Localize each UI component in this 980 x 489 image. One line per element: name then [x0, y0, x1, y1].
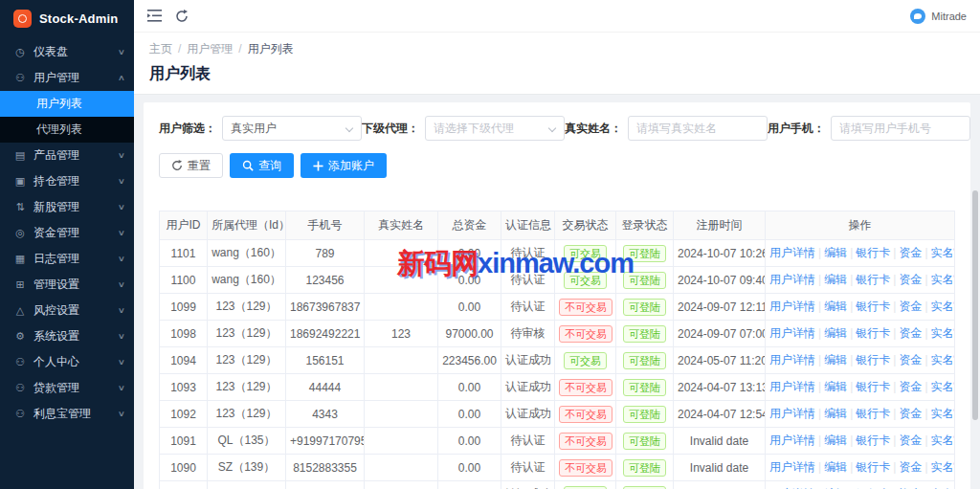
- sidebar-item-label: 资金管理: [33, 225, 119, 241]
- action-funds-link[interactable]: 资金: [899, 246, 922, 259]
- products-icon: ▤: [13, 149, 27, 162]
- action-funds-link[interactable]: 资金: [899, 300, 922, 313]
- action-funds-link[interactable]: 资金: [899, 433, 922, 447]
- action-user-detail-link[interactable]: 用户详情: [769, 273, 815, 286]
- filter-group-user-phone: 用户手机：请填写用户手机号: [768, 116, 970, 141]
- sub-agent-select[interactable]: 请选择下级代理: [425, 116, 565, 141]
- user-filter-select[interactable]: 真实用户: [222, 116, 362, 141]
- sidebar-item-product-mgmt[interactable]: ▤产品管理∨: [0, 143, 134, 168]
- cell-user-id: 1101: [160, 240, 208, 267]
- sidebar-item-interest-mgmt[interactable]: ⚇利息宝管理∨: [0, 401, 134, 427]
- sidebar-item-loan-mgmt[interactable]: ⚇贷款管理∨: [0, 375, 134, 401]
- action-kyc-audit-link[interactable]: 实名审核: [931, 460, 955, 474]
- action-edit-link[interactable]: 编辑: [824, 460, 847, 474]
- action-kyc-audit-link[interactable]: 实名审核: [931, 380, 955, 393]
- cell-actions: 用户详情|编辑|银行卡|资金|实名审核|删除: [766, 347, 955, 374]
- sidebar-subitem-user-list[interactable]: 用户列表: [0, 91, 134, 117]
- login-status-badge: 可登陆: [623, 459, 666, 477]
- user-menu[interactable]: Mitrade: [910, 9, 967, 24]
- reset-label: 重置: [188, 158, 211, 174]
- action-bank-card-link[interactable]: 银行卡: [856, 407, 890, 420]
- column-header: 真实姓名: [365, 211, 438, 240]
- action-funds-link[interactable]: 资金: [899, 273, 922, 286]
- action-funds-link[interactable]: 资金: [899, 460, 922, 474]
- sidebar-item-position-mgmt[interactable]: ▣持仓管理∨: [0, 168, 134, 194]
- sidebar-item-risk-settings[interactable]: △风控设置∨: [0, 298, 134, 323]
- action-bank-card-link[interactable]: 银行卡: [856, 326, 890, 340]
- sidebar-subitem-agent-list[interactable]: 代理列表: [0, 117, 134, 143]
- scrollbar-thumb[interactable]: [972, 190, 978, 420]
- action-bank-card-link[interactable]: 银行卡: [856, 353, 890, 367]
- action-edit-link[interactable]: 编辑: [824, 407, 847, 420]
- action-funds-link[interactable]: 资金: [899, 353, 922, 367]
- sidebar-menu: ◷仪表盘∨⚇用户管理∧用户列表代理列表▤产品管理∨▣持仓管理∨⇅新股管理∨◎资金…: [0, 39, 134, 427]
- chevron-down-icon: ∨: [118, 203, 125, 211]
- refresh-icon[interactable]: [175, 10, 189, 23]
- filter-label-sub-agent: 下级代理：: [362, 121, 419, 137]
- action-kyc-audit-link[interactable]: 实名审核: [931, 326, 955, 340]
- cell-agent: QL（135）: [208, 428, 286, 455]
- action-edit-link[interactable]: 编辑: [824, 353, 847, 367]
- action-user-detail-link[interactable]: 用户详情: [769, 353, 815, 367]
- action-bank-card-link[interactable]: 银行卡: [856, 246, 890, 259]
- sidebar-item-profile-center[interactable]: ⚇个人中心∨: [0, 349, 134, 375]
- sidebar-item-newstock-mgmt[interactable]: ⇅新股管理∨: [0, 194, 134, 220]
- action-user-detail-link[interactable]: 用户详情: [769, 380, 815, 393]
- sidebar-item-user-mgmt[interactable]: ⚇用户管理∧: [0, 65, 134, 91]
- sidebar-item-dashboard[interactable]: ◷仪表盘∨: [0, 39, 134, 65]
- action-kyc-audit-link[interactable]: 实名审核: [931, 433, 955, 447]
- action-edit-link[interactable]: 编辑: [824, 246, 847, 259]
- action-edit-link[interactable]: 编辑: [824, 273, 847, 286]
- action-user-detail-link[interactable]: 用户详情: [769, 246, 815, 259]
- action-funds-link[interactable]: 资金: [899, 407, 922, 420]
- user-phone-input[interactable]: 请填写用户手机号: [831, 116, 970, 141]
- breadcrumb-item[interactable]: 主页: [149, 42, 172, 56]
- action-bank-card-link[interactable]: 银行卡: [856, 380, 890, 393]
- add-account-button[interactable]: 添加账户: [301, 153, 387, 178]
- action-user-detail-link[interactable]: 用户详情: [769, 300, 815, 313]
- trade-status-badge: 不可交易: [559, 379, 612, 396]
- plus-icon: [313, 161, 323, 171]
- loans-icon: ⚇: [13, 382, 27, 394]
- sidebar-item-admin-settings[interactable]: ⊞管理设置∨: [0, 272, 134, 298]
- action-edit-link[interactable]: 编辑: [824, 433, 847, 447]
- sidebar-item-fund-mgmt[interactable]: ◎资金管理∨: [0, 220, 134, 246]
- action-user-detail-link[interactable]: 用户详情: [769, 407, 815, 420]
- action-separator: |: [818, 353, 821, 367]
- action-funds-link[interactable]: 资金: [899, 326, 922, 340]
- action-funds-link[interactable]: 资金: [899, 380, 922, 393]
- action-bank-card-link[interactable]: 银行卡: [856, 273, 890, 286]
- reset-button[interactable]: 重置: [159, 153, 223, 178]
- sidebar-item-log-mgmt[interactable]: ▦日志管理∨: [0, 246, 134, 272]
- action-kyc-audit-link[interactable]: 实名审核: [931, 353, 955, 367]
- table-row: 1089QL（135）7561079465Nidhal Sameer210000…: [160, 481, 955, 489]
- action-user-detail-link[interactable]: 用户详情: [769, 326, 815, 340]
- sidebar-item-label: 利息宝管理: [33, 406, 119, 422]
- action-edit-link[interactable]: 编辑: [824, 380, 847, 393]
- risk-icon: △: [13, 304, 27, 317]
- action-bank-card-link[interactable]: 银行卡: [856, 433, 890, 447]
- real-name-input[interactable]: 请填写真实姓名: [628, 116, 768, 141]
- action-bank-card-link[interactable]: 银行卡: [856, 300, 890, 313]
- action-user-detail-link[interactable]: 用户详情: [769, 433, 815, 447]
- positions-icon: ▣: [13, 175, 27, 188]
- action-kyc-audit-link[interactable]: 实名审核: [931, 300, 955, 313]
- table-row: 1098123（129）1869249222112397000.00待审核不可交…: [160, 321, 955, 347]
- action-edit-link[interactable]: 编辑: [824, 326, 847, 340]
- action-user-detail-link[interactable]: 用户详情: [769, 460, 815, 474]
- breadcrumb-item[interactable]: 用户管理: [187, 42, 233, 56]
- query-button[interactable]: 查询: [230, 153, 294, 178]
- action-kyc-audit-link[interactable]: 实名审核: [931, 246, 955, 259]
- action-separator: |: [850, 460, 853, 474]
- menu-fold-icon[interactable]: [147, 10, 162, 22]
- action-edit-link[interactable]: 编辑: [824, 300, 847, 313]
- cell-total-funds: 0.00: [438, 428, 501, 455]
- action-bank-card-link[interactable]: 银行卡: [856, 460, 890, 474]
- action-kyc-audit-link[interactable]: 实名审核: [931, 407, 955, 420]
- breadcrumb-separator: /: [238, 42, 241, 56]
- action-kyc-audit-link[interactable]: 实名审核: [931, 273, 955, 286]
- sidebar-item-system-settings[interactable]: ⚙系统设置∨: [0, 323, 134, 349]
- action-separator: |: [818, 380, 821, 393]
- action-separator: |: [924, 246, 927, 259]
- column-header: 用户ID: [160, 211, 208, 240]
